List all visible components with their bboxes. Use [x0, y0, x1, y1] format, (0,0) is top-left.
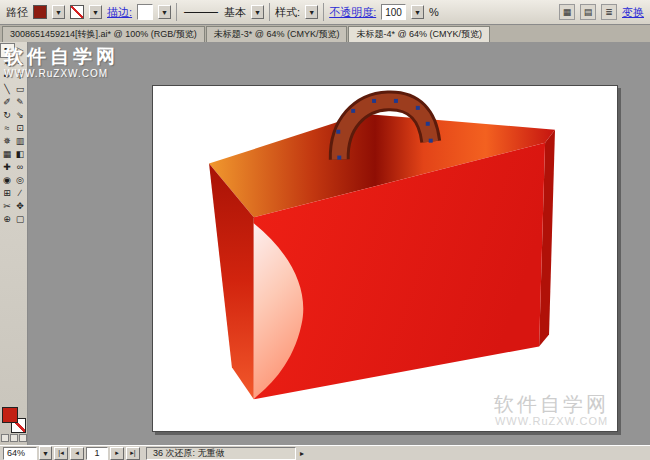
stroke-weight-dropdown-icon[interactable]: ▼	[158, 5, 171, 19]
toolbox-illustration	[153, 86, 617, 431]
opacity-unit: %	[429, 6, 439, 18]
last-page-button[interactable]: ▸|	[126, 447, 140, 460]
tool-live-paint-selection[interactable]: ◎	[14, 174, 27, 187]
object-type-label: 路径	[6, 5, 28, 20]
toolbar-fill-swatch[interactable]	[2, 407, 18, 423]
tool-paintbrush[interactable]: ✐	[1, 96, 14, 109]
tool-pen[interactable]: ✒	[1, 70, 14, 83]
tool-palette: ↖ ▷ ✶ ∽ ✒ T ╲ ▭ ✐ ✎ ↻ ⇘ ≈ ⊡ ✵ ▥ ▦ ◧ ✚ ∞ …	[0, 42, 28, 445]
anchor-point[interactable]	[351, 109, 355, 113]
status-bar: 64% ▼ |◂ ◂ 1 ▸ ▸| 36 次还原: 无重做 ▸	[0, 445, 650, 460]
tool-scale[interactable]: ⇘	[14, 109, 27, 122]
canvas-area[interactable]: 软件自学网 WWW.RuZXW.COM	[28, 42, 650, 445]
tool-type[interactable]: T	[14, 70, 27, 83]
tool-mesh[interactable]: ▦	[1, 148, 14, 161]
anchor-point[interactable]	[337, 156, 341, 160]
brushes-panel-icon[interactable]: ▤	[580, 4, 596, 20]
tool-direct-selection[interactable]: ▷	[14, 44, 27, 57]
zoom-dropdown-icon[interactable]: ▼	[39, 446, 52, 460]
anchor-point[interactable]	[416, 106, 420, 110]
style-grid-icon[interactable]: ▦	[559, 4, 575, 20]
next-page-button[interactable]: ▸	[110, 447, 124, 460]
tab-document-3[interactable]: 未标题-4* @ 64% (CMYK/预览)	[348, 26, 490, 42]
tool-rectangle[interactable]: ▭	[14, 83, 27, 96]
history-arrow-icon[interactable]: ▸	[300, 449, 304, 458]
anchor-point[interactable]	[426, 122, 430, 126]
tab-document-2[interactable]: 未标题-3* @ 64% (CMYK/预览)	[206, 26, 348, 42]
tool-warp[interactable]: ≈	[1, 122, 14, 135]
stroke-dropdown-icon[interactable]: ▼	[89, 5, 102, 19]
tool-gradient[interactable]: ◧	[14, 148, 27, 161]
fill-color-swatch[interactable]	[33, 5, 47, 19]
anchor-point[interactable]	[394, 99, 398, 103]
screen-mode-buttons	[1, 434, 27, 442]
opacity-combo[interactable]: 100	[381, 4, 406, 20]
anchor-point[interactable]	[372, 99, 376, 103]
layers-panel-icon[interactable]: ≣	[601, 4, 617, 20]
stroke-weight-combo[interactable]	[137, 4, 153, 20]
brush-dropdown-icon[interactable]: ▼	[251, 5, 264, 19]
brush-stroke-preview: ———	[182, 5, 219, 19]
screen-mode-full-menu-button[interactable]	[10, 434, 18, 442]
artboard[interactable]: 软件自学网 WWW.RuZXW.COM	[152, 85, 618, 432]
tools-grid: ↖ ▷ ✶ ∽ ✒ T ╲ ▭ ✐ ✎ ↻ ⇘ ≈ ⊡ ✵ ▥ ▦ ◧ ✚ ∞ …	[1, 44, 27, 226]
tool-rotate[interactable]: ↻	[1, 109, 14, 122]
tool-blend[interactable]: ∞	[14, 161, 27, 174]
opacity-dropdown-icon[interactable]: ▼	[411, 5, 424, 19]
control-bar: 路径 ▼ ▼ 描边: ▼ ——— 基本 ▼ 样式: ▼ 不透明度: 100 ▼ …	[0, 0, 650, 25]
tool-pencil[interactable]: ✎	[14, 96, 27, 109]
tool-artboard[interactable]: ▢	[14, 213, 27, 226]
style-label: 样式:	[275, 5, 300, 20]
tool-slice[interactable]: ∕	[14, 187, 27, 200]
page-number-field[interactable]: 1	[86, 447, 108, 460]
tool-eyedropper[interactable]: ✚	[1, 161, 14, 174]
transform-link[interactable]: 变换	[622, 5, 644, 20]
opacity-value: 100	[382, 7, 405, 18]
screen-mode-full-button[interactable]	[19, 434, 27, 442]
tool-symbol-sprayer[interactable]: ✵	[1, 135, 14, 148]
brush-definition-label: 基本	[224, 5, 246, 20]
tool-lasso[interactable]: ∽	[14, 57, 27, 70]
history-status-field: 36 次还原: 无重做	[146, 447, 296, 460]
separator	[269, 3, 270, 21]
tool-zoom[interactable]: ⊕	[1, 213, 14, 226]
tab-document-1[interactable]: 3008651459214[转换].ai* @ 100% (RGB/预览)	[2, 26, 205, 42]
tool-scissors[interactable]: ✂	[1, 200, 14, 213]
style-dropdown-icon[interactable]: ▼	[305, 5, 318, 19]
color-swatch-area	[2, 407, 26, 433]
stroke-color-swatch[interactable]	[70, 5, 84, 19]
anchor-point[interactable]	[336, 130, 340, 134]
tool-free-transform[interactable]: ⊡	[14, 122, 27, 135]
separator	[176, 3, 177, 21]
screen-mode-normal-button[interactable]	[1, 434, 9, 442]
fill-dropdown-icon[interactable]: ▼	[52, 5, 65, 19]
separator	[323, 3, 324, 21]
tool-selection[interactable]: ↖	[1, 44, 14, 57]
document-tab-bar: 3008651459214[转换].ai* @ 100% (RGB/预览) 未标…	[0, 25, 650, 42]
tool-crop[interactable]: ⊞	[1, 187, 14, 200]
zoom-level-field[interactable]: 64%	[3, 447, 37, 460]
first-page-button[interactable]: |◂	[54, 447, 68, 460]
anchor-point[interactable]	[429, 139, 433, 143]
tool-magic-wand[interactable]: ✶	[1, 57, 14, 70]
tool-line[interactable]: ╲	[1, 83, 14, 96]
tool-hand[interactable]: ✥	[14, 200, 27, 213]
previous-page-button[interactable]: ◂	[70, 447, 84, 460]
opacity-label-link[interactable]: 不透明度:	[329, 5, 376, 20]
tool-graph[interactable]: ▥	[14, 135, 27, 148]
tool-live-paint[interactable]: ◉	[1, 174, 14, 187]
stroke-label-link[interactable]: 描边:	[107, 5, 132, 20]
